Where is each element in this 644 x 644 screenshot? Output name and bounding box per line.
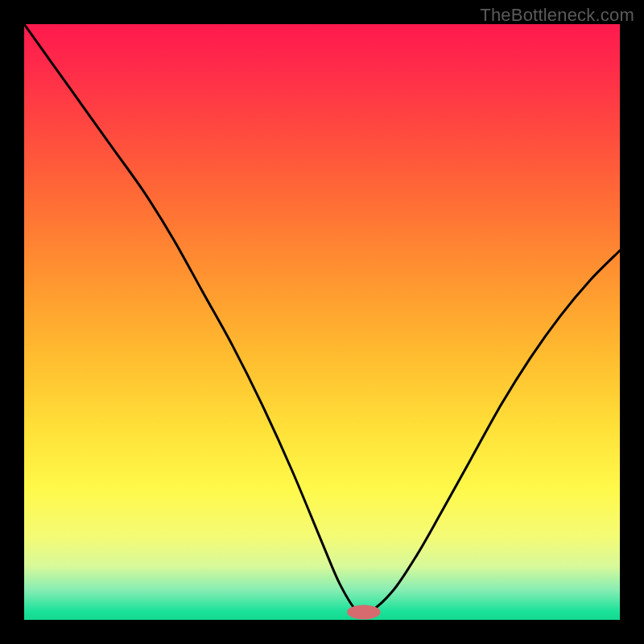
- chart-stage: TheBottleneck.com: [0, 0, 644, 644]
- gradient-background: [24, 24, 620, 620]
- minimum-marker: [347, 605, 380, 620]
- chart-svg: [24, 24, 620, 620]
- plot-area: [24, 24, 620, 620]
- attribution-label: TheBottleneck.com: [480, 5, 634, 26]
